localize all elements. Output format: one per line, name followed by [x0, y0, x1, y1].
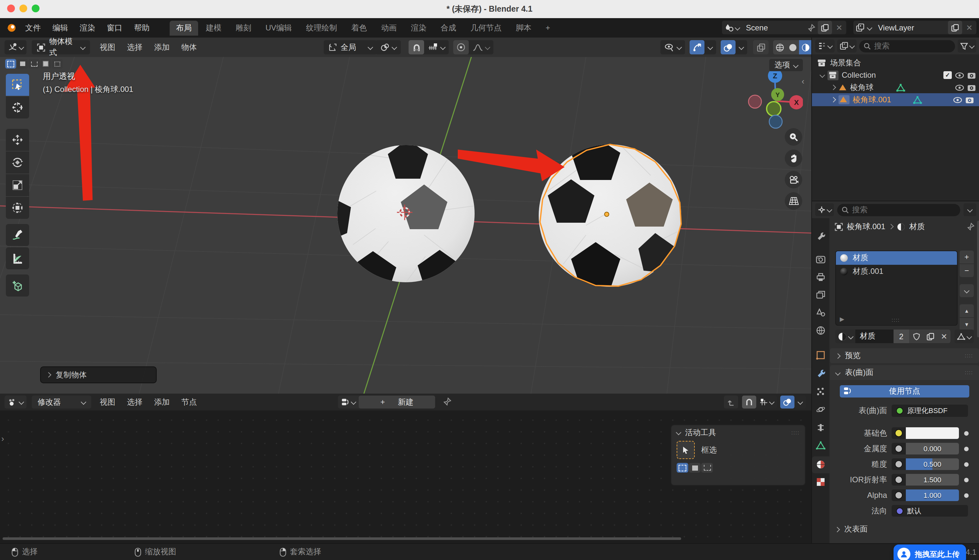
material-slot-1[interactable]: 材质.001: [836, 265, 957, 278]
surface-section-header[interactable]: 表(曲)面 ::::: [830, 365, 979, 380]
select-menu[interactable]: 选择: [121, 42, 148, 53]
tab-scene[interactable]: [816, 308, 826, 317]
roughness-slider[interactable]: 0.500: [906, 458, 959, 470]
remove-slot-button[interactable]: −: [960, 264, 974, 277]
preview-section-header[interactable]: 预览 ::::: [830, 348, 979, 363]
link-mode-dropdown[interactable]: [954, 330, 974, 343]
expand-chevron[interactable]: [820, 73, 825, 78]
viewlayer-name[interactable]: ViewLayer: [874, 23, 948, 32]
tab-constraints[interactable]: [816, 423, 826, 432]
tab-output[interactable]: [816, 273, 826, 282]
tab-object-data[interactable]: [816, 441, 826, 450]
gizmos-dropdown[interactable]: [704, 40, 716, 54]
tool-add-cube[interactable]: [6, 275, 29, 297]
breadcrumb-object[interactable]: 棱角球.001: [847, 221, 886, 232]
tool-rotate[interactable]: [6, 152, 29, 173]
editor-type-nodes[interactable]: [5, 395, 27, 408]
hide-eye-icon[interactable]: [955, 72, 964, 79]
orientation-dropdown[interactable]: 全局: [324, 40, 377, 54]
mode-dropdown[interactable]: 物体模式: [32, 40, 90, 54]
workspace-tab-uv[interactable]: UV编辑: [259, 20, 298, 35]
shading-solid[interactable]: [786, 40, 799, 54]
render-camera-icon[interactable]: [967, 72, 976, 79]
tab-tool[interactable]: [816, 231, 826, 241]
properties-filter-dropdown[interactable]: [964, 203, 976, 216]
scene-icon[interactable]: [722, 23, 742, 32]
breadcrumb-tab[interactable]: 材质: [909, 221, 925, 232]
node-group-icon[interactable]: [338, 398, 359, 406]
shading-wireframe[interactable]: [773, 40, 786, 54]
menu-window[interactable]: 窗口: [101, 22, 128, 33]
proportional-toggle[interactable]: [453, 40, 469, 54]
nodetree-type-dropdown[interactable]: 修改器: [32, 395, 91, 408]
tool-annotate[interactable]: [6, 224, 29, 246]
pan-view-button[interactable]: [785, 150, 802, 167]
falloff-dropdown[interactable]: [469, 40, 494, 54]
unlink-scene-icon[interactable]: ✕: [832, 23, 846, 32]
overlays-dropdown[interactable]: [736, 40, 747, 54]
new-scene-button[interactable]: [818, 21, 832, 34]
select-subtract-mode[interactable]: [28, 59, 40, 68]
node-overlays-toggle[interactable]: [780, 395, 794, 408]
panel-grip-dots[interactable]: ::::: [965, 370, 973, 375]
node-snap-toggle[interactable]: [742, 395, 756, 408]
editor-type-3dview[interactable]: [5, 40, 27, 54]
node-sidebar-expand-arrow[interactable]: ›: [1, 434, 4, 443]
render-camera-icon[interactable]: [967, 84, 976, 91]
hide-eye-icon[interactable]: [955, 84, 964, 91]
editor-type-properties[interactable]: [815, 203, 834, 216]
snap-toggle[interactable]: [409, 40, 424, 54]
properties-search[interactable]: 搜索: [837, 203, 960, 216]
add-slot-button[interactable]: +: [960, 250, 974, 263]
tool-scale[interactable]: [6, 174, 29, 196]
decorator-dot[interactable]: [964, 493, 969, 498]
workspace-tab-rendering[interactable]: 渲染: [404, 20, 433, 35]
new-material-button[interactable]: [923, 330, 937, 343]
tab-material-active[interactable]: [812, 457, 829, 473]
ortho-toggle-button[interactable]: [785, 192, 802, 210]
node-editor[interactable]: 修改器 视图 选择 添加 节点 +新建: [0, 393, 811, 543]
slot-move-up-button[interactable]: ▲: [960, 304, 974, 317]
tool-mode-subtract[interactable]: [701, 463, 713, 473]
node-overlays-dropdown[interactable]: [794, 395, 806, 408]
viewport-3d[interactable]: 选项 用户透视 (1) Collection | 棱角球.001: [0, 57, 811, 393]
outliner-row-scene-collection[interactable]: 场景集合: [817, 57, 861, 68]
shading-material[interactable]: [799, 40, 812, 54]
workspace-tab-modeling[interactable]: 建模: [199, 20, 228, 35]
tab-physics[interactable]: [816, 405, 826, 414]
unlink-material-button[interactable]: ✕: [937, 330, 951, 343]
metallic-slider[interactable]: 0.000: [906, 443, 959, 455]
snap-target-dropdown[interactable]: [424, 40, 449, 54]
pin-icon[interactable]: [805, 23, 818, 32]
node-editor-canvas[interactable]: › 活动工具 :::: 框选: [0, 410, 811, 543]
object-menu[interactable]: 物体: [175, 42, 203, 53]
workspace-tab-geonodes[interactable]: 几何节点: [464, 20, 508, 35]
new-nodetree-button[interactable]: +新建: [359, 395, 435, 408]
collection-checkbox[interactable]: ✓: [943, 71, 952, 79]
outliner-row-collection[interactable]: Collection ✓: [821, 69, 976, 81]
panel-grip-dots[interactable]: ::::: [791, 430, 800, 435]
new-viewlayer-button[interactable]: [948, 21, 962, 34]
editor-type-outliner[interactable]: [815, 40, 835, 52]
camera-view-button[interactable]: [785, 171, 802, 188]
normal-field[interactable]: 默认: [892, 505, 968, 517]
hide-eye-icon[interactable]: [953, 96, 962, 103]
node-node-menu[interactable]: 节点: [175, 397, 203, 408]
node-pin-icon[interactable]: [443, 398, 451, 406]
zoom-view-button[interactable]: [785, 128, 802, 146]
visibility-dropdown[interactable]: [660, 40, 685, 54]
tab-object[interactable]: [816, 350, 826, 360]
workspace-tab-scripting[interactable]: 脚本: [509, 20, 538, 35]
view-menu[interactable]: 视图: [94, 42, 121, 53]
workspace-tab-animation[interactable]: 动画: [375, 20, 403, 35]
tool-mode-set[interactable]: [677, 463, 688, 473]
users-count-button[interactable]: 2: [894, 330, 909, 343]
alpha-slider[interactable]: 1.000: [906, 490, 959, 501]
tab-world[interactable]: [816, 326, 826, 335]
remove-viewlayer-icon[interactable]: ✕: [962, 23, 976, 32]
upload-badge[interactable]: 拖拽至此上传: [894, 545, 966, 560]
tab-texture[interactable]: [816, 477, 826, 487]
decorator-dot[interactable]: [964, 462, 969, 467]
outliner-row-object1[interactable]: 棱角球: [831, 82, 976, 93]
decorator-dot[interactable]: [964, 447, 969, 451]
